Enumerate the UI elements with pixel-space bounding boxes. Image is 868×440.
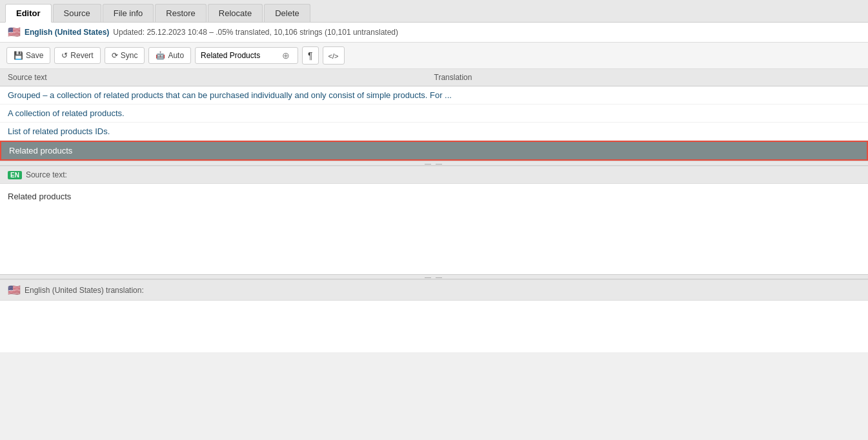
auto-button[interactable]: 🤖 Auto [148,47,191,64]
list-item-selected[interactable]: Related products [0,141,868,161]
source-section-header: EN Source text: [0,166,868,184]
list-item[interactable]: A collection of related products. [0,105,868,123]
clear-search-icon[interactable]: ⊕ [282,50,290,61]
translation-content[interactable] [0,301,868,352]
source-content: Related products [0,184,868,274]
tab-file-info[interactable]: File info [103,4,154,22]
tab-editor[interactable]: Editor [5,4,52,23]
translation-section: 🇺🇸 English (United States) translation: [0,279,868,352]
resize-dots-icon: — — [425,160,443,167]
tab-restore[interactable]: Restore [155,4,207,22]
source-text-header: Source text [8,73,434,82]
info-bar: 🇺🇸 English (United States) Updated: 25.1… [0,23,868,43]
translation-header: Translation [434,73,861,82]
toolbar: 💾 Save ↺ Revert ⟳ Sync 🤖 Auto ⊕ ¶ </> [0,43,868,69]
sync-label: Sync [121,51,138,60]
sync-button[interactable]: ⟳ Sync [105,47,145,64]
code-button[interactable]: </> [323,46,345,65]
auto-label: Auto [168,51,184,60]
search-box: ⊕ [195,47,298,64]
save-label: Save [26,51,43,60]
pilcrow-icon: ¶ [308,50,313,61]
resize-dots-icon-2: — — [425,274,443,281]
code-icon: </> [328,52,339,60]
flag-us-icon: 🇺🇸 [8,28,21,37]
pilcrow-button[interactable]: ¶ [302,46,319,65]
save-button[interactable]: 💾 Save [6,47,50,64]
string-list: Grouped – a collection of related produc… [0,86,868,161]
flag-us-translation-icon: 🇺🇸 [8,284,21,296]
resize-handle[interactable]: — — [0,161,868,166]
language-name: English (United States) [25,28,109,37]
search-input[interactable] [201,51,278,60]
revert-button[interactable]: ↺ Revert [54,47,100,64]
en-badge: EN [8,171,22,179]
translation-section-header: 🇺🇸 English (United States) translation: [0,280,868,301]
source-section: EN Source text: Related products [0,166,868,274]
tab-source[interactable]: Source [53,4,101,22]
list-item[interactable]: List of related products IDs. [0,123,868,141]
revert-label: Revert [70,51,93,60]
sync-icon: ⟳ [112,51,118,60]
list-item[interactable]: Grouped – a collection of related produc… [0,86,868,105]
resize-handle-2[interactable]: — — [0,274,868,279]
tab-bar: Editor Source File info Restore Relocate… [0,0,868,23]
table-header: Source text Translation [0,69,868,86]
main-area: Source text Translation Grouped – a coll… [0,69,868,352]
auto-icon: 🤖 [156,51,165,60]
translation-section-title: English (United States) translation: [25,286,144,295]
translation-stats: Updated: 25.12.2023 10:48 – .05% transla… [113,28,398,37]
tab-relocate[interactable]: Relocate [208,4,263,22]
save-icon: 💾 [14,51,23,60]
source-section-title: Source text: [26,170,67,179]
revert-icon: ↺ [61,51,68,60]
tab-delete[interactable]: Delete [264,4,310,22]
